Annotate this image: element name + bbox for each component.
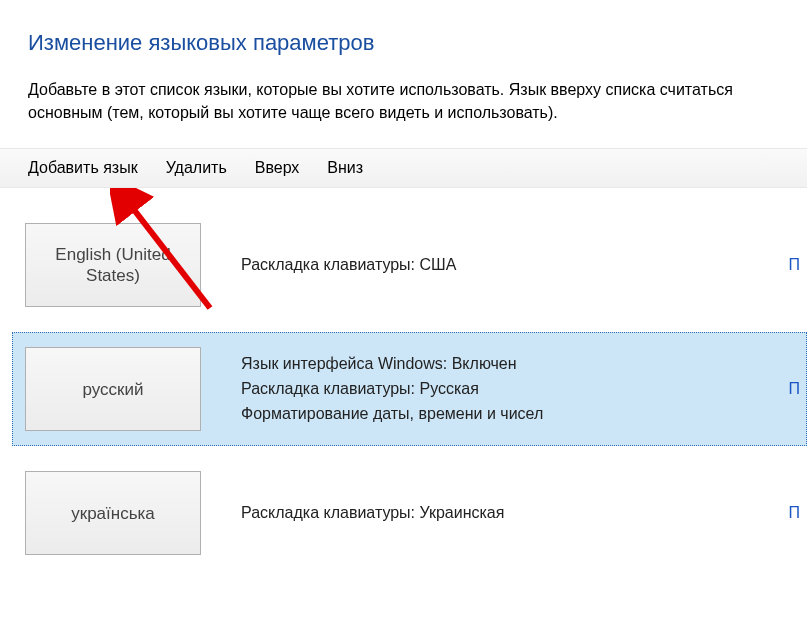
remove-button[interactable]: Удалить: [166, 159, 227, 177]
move-down-button[interactable]: Вниз: [327, 159, 363, 177]
page-description: Добавьте в этот список языки, которые вы…: [0, 56, 780, 124]
language-tile: English (United States): [25, 223, 201, 307]
language-row-ukrainian[interactable]: українська Раскладка клавиатуры: Украинс…: [12, 456, 807, 570]
language-details: Раскладка клавиатуры: США: [201, 253, 789, 278]
language-list: English (United States) Раскладка клавиа…: [0, 188, 807, 570]
page-heading: Изменение языковых параметров: [0, 0, 807, 56]
move-up-button[interactable]: Вверх: [255, 159, 300, 177]
language-details: Раскладка клавиатуры: Украинская: [201, 501, 789, 526]
language-tile: українська: [25, 471, 201, 555]
language-row-english[interactable]: English (United States) Раскладка клавиа…: [12, 208, 807, 322]
language-tile: русский: [25, 347, 201, 431]
detail-line: Форматирование даты, времени и чисел: [241, 402, 789, 427]
language-row-russian[interactable]: русский Язык интерфейса Windows: Включен…: [12, 332, 807, 446]
add-language-button[interactable]: Добавить язык: [28, 159, 138, 177]
options-link[interactable]: П: [789, 504, 807, 522]
detail-line: Язык интерфейса Windows: Включен: [241, 352, 789, 377]
detail-line: Раскладка клавиатуры: Русская: [241, 377, 789, 402]
detail-line: Раскладка клавиатуры: Украинская: [241, 501, 789, 526]
options-link[interactable]: П: [789, 380, 807, 398]
detail-line: Раскладка клавиатуры: США: [241, 253, 789, 278]
language-details: Язык интерфейса Windows: Включен Расклад…: [201, 352, 789, 426]
toolbar: Добавить язык Удалить Вверх Вниз: [0, 148, 807, 188]
options-link[interactable]: П: [789, 256, 807, 274]
